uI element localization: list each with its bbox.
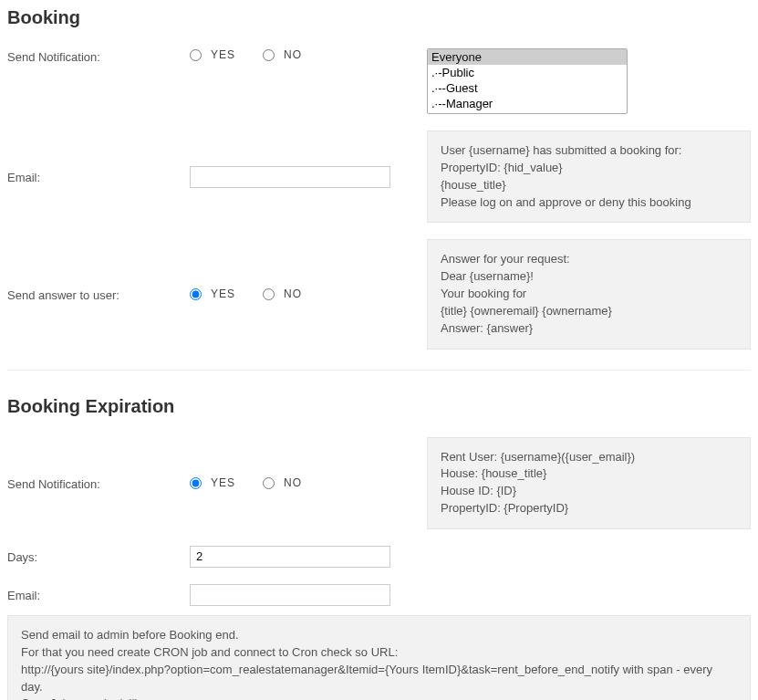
send-notification-row: Send Notification: YES NO Everyone.·-Pub… — [7, 48, 751, 114]
send-answer-yes[interactable]: YES — [190, 287, 235, 300]
booking-section: Booking Send Notification: YES NO Everyo… — [7, 7, 751, 350]
booking-email-input[interactable] — [190, 166, 390, 188]
exp-email-input[interactable] — [190, 584, 390, 606]
send-notification-no[interactable]: NO — [263, 48, 302, 61]
cron-help-box: Send email to admin before Booking end. … — [7, 615, 751, 700]
exp-notification-radios: YES NO — [190, 476, 427, 489]
exp-days-label: Days: — [7, 549, 190, 564]
send-notification-no-radio[interactable] — [263, 49, 275, 61]
exp-template: Rent User: {username}({user_email}) Hous… — [427, 437, 751, 529]
booking-heading: Booking — [7, 7, 751, 28]
exp-notification-no[interactable]: NO — [263, 476, 302, 489]
exp-notification-yes-label: YES — [211, 476, 235, 489]
exp-notification-yes-radio[interactable] — [190, 477, 202, 489]
send-answer-row: Send answer to user: YES NO Answer for y… — [7, 239, 751, 349]
send-notification-yes-radio[interactable] — [190, 49, 202, 61]
exp-days-input[interactable] — [190, 546, 390, 568]
exp-notification-yes[interactable]: YES — [190, 476, 235, 489]
exp-email-label: Email: — [7, 587, 190, 602]
send-notification-no-label: NO — [284, 48, 302, 61]
exp-notification-row: Send Notification: YES NO Rent User: {us… — [7, 437, 751, 529]
booking-email-label: Email: — [7, 169, 190, 184]
booking-email-input-col — [190, 166, 427, 188]
send-answer-no[interactable]: NO — [263, 287, 302, 300]
booking-template1: User {username} has submitted a booking … — [427, 131, 751, 223]
exp-days-row: Days: — [7, 546, 751, 568]
exp-notification-no-label: NO — [284, 476, 302, 489]
send-notification-radios: YES NO — [190, 48, 427, 61]
expiration-section: Booking Expiration Send Notification: YE… — [7, 396, 751, 700]
exp-notification-label: Send Notification: — [7, 475, 190, 491]
section-divider — [7, 370, 751, 371]
booking-template2-col: Answer for your request: Dear {username}… — [427, 239, 751, 349]
send-answer-yes-radio[interactable] — [190, 288, 202, 300]
expiration-heading: Booking Expiration — [7, 396, 751, 417]
send-notification-yes-label: YES — [211, 48, 235, 61]
exp-notification-no-radio[interactable] — [263, 477, 275, 489]
send-answer-label: Send answer to user: — [7, 287, 190, 302]
recipients-col: Everyone.·-Public.·--Guest.·--Manager — [427, 48, 751, 114]
exp-email-input-col — [190, 584, 427, 606]
exp-email-row: Email: — [7, 584, 751, 606]
booking-template1-col: User {username} has submitted a booking … — [427, 131, 751, 223]
send-notification-yes[interactable]: YES — [190, 48, 235, 61]
booking-email-row: Email: User {username} has submitted a b… — [7, 131, 751, 223]
send-answer-yes-label: YES — [211, 287, 235, 300]
exp-template-col: Rent User: {username}({user_email}) Hous… — [427, 437, 751, 529]
recipients-select[interactable]: Everyone.·-Public.·--Guest.·--Manager — [427, 48, 628, 114]
send-notification-label: Send Notification: — [7, 48, 190, 64]
exp-days-input-col — [190, 546, 427, 568]
send-answer-no-label: NO — [284, 287, 302, 300]
send-answer-radios: YES NO — [190, 287, 427, 300]
booking-template2: Answer for your request: Dear {username}… — [427, 239, 751, 349]
send-answer-no-radio[interactable] — [263, 288, 275, 300]
